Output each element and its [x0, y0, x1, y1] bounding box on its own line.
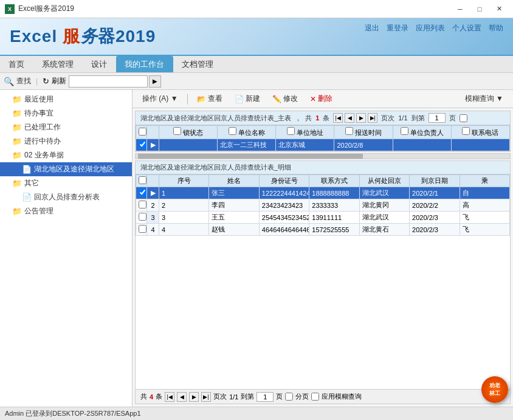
master-page-input[interactable]	[429, 113, 446, 123]
search-button[interactable]: ▶	[149, 75, 161, 88]
master-lock-check[interactable]	[173, 127, 181, 135]
master-page-label: 页次	[381, 114, 394, 123]
sidebar-item-inprogress[interactable]: 📁 进行中待办	[0, 134, 132, 148]
minimize-button[interactable]: ─	[451, 3, 469, 15]
master-check[interactable]	[460, 114, 467, 122]
folder-icon: 📁	[12, 137, 22, 146]
fuzzy-query-button[interactable]: 模糊查询 ▼	[460, 92, 508, 105]
detail-row-check[interactable]	[139, 201, 146, 208]
folder-icon: 📁	[12, 123, 22, 132]
detail-last-page[interactable]: ▶|	[201, 392, 211, 402]
menu-sysadmin[interactable]: 系统管理	[33, 56, 83, 72]
new-icon: 📄	[235, 95, 244, 103]
detail-to-page: 到第	[241, 392, 254, 401]
menu-workbench[interactable]: 我的工作台	[116, 56, 173, 72]
sidebar-item-notice[interactable]: 📁 公告管理	[0, 204, 132, 218]
sidebar-item-other[interactable]: 📁 其它	[0, 176, 132, 190]
master-count-prefix: 共	[305, 114, 312, 123]
sidebar-item-hubei[interactable]: 📄 湖北地区及途径湖北地区	[0, 162, 132, 176]
detail-fuzzy-check[interactable]	[311, 393, 319, 401]
status-bar: Admin 已登录到DESKTOP-2S5R787/ESApp1	[0, 407, 513, 420]
master-select-all[interactable]	[139, 128, 146, 136]
master-responsible-check[interactable]	[401, 127, 408, 135]
master-row-check[interactable]	[139, 140, 146, 148]
operation-menu-button[interactable]: 操作 (A) ▼	[137, 92, 183, 105]
detail-cell-contact: 1572525555	[309, 224, 359, 236]
content-area: 操作 (A) ▼ 📂 查看 📄 新建 ✏️ 修改 ✕ 删除 模糊查询 ▼	[133, 90, 513, 407]
detail-row-check[interactable]	[139, 225, 146, 233]
delete-button[interactable]: ✕ 删除	[305, 92, 337, 105]
view-button[interactable]: 📂 查看	[192, 92, 227, 105]
close-button[interactable]: ✕	[490, 3, 508, 15]
detail-table-row[interactable]: 2 2 李四 23423423423 2333333 湖北黄冈 2020/2/2…	[136, 199, 510, 212]
sidebar-item-recent[interactable]: 📁 最近使用	[0, 92, 132, 106]
master-col-reporttime: 报送时间	[334, 126, 393, 139]
search-input[interactable]	[69, 75, 148, 88]
menu-docmgmt[interactable]: 文档管理	[173, 56, 222, 72]
new-button[interactable]: 📄 新建	[230, 92, 265, 105]
detail-page-input[interactable]	[256, 392, 274, 402]
master-prev-page[interactable]: ◀	[345, 113, 354, 123]
detail-page-check[interactable]	[285, 393, 293, 401]
refresh-label[interactable]: 刷新	[52, 76, 66, 86]
menu-design[interactable]: 设计	[83, 56, 116, 72]
sidebar-item-processed[interactable]: 📁 已处理工作	[0, 120, 132, 134]
search-icon: 🔍	[4, 77, 14, 86]
nav-applist[interactable]: 应用列表	[416, 23, 445, 33]
master-reporttime-check[interactable]	[345, 127, 353, 135]
detail-col-name: 姓名	[209, 175, 259, 187]
master-cell-unitname: 北京一二三科技	[218, 139, 276, 151]
detail-col-seq: 序号	[159, 175, 209, 187]
window-controls: ─ □ ✕	[451, 3, 508, 15]
folder-icon: 📁	[12, 207, 22, 216]
detail-cell-idcard: 2545434523452355	[259, 212, 309, 224]
detail-cell-transport: 飞	[460, 212, 509, 224]
detail-row-check[interactable]	[139, 188, 146, 196]
master-cell-lock	[159, 139, 218, 151]
detail-select-all[interactable]	[139, 176, 146, 184]
detail-col-idcard: 身份证号	[259, 175, 309, 187]
master-table-panel: 湖北地区及途径湖北地区回京人员排查统计表_主表 ， 共 1 条 |◀ ◀ ▶ ▶…	[135, 111, 511, 152]
detail-cell-idcard: 4646464646446	[259, 224, 309, 236]
fuzzy-query-area: 模糊查询 ▼	[460, 92, 508, 105]
nav-exit[interactable]: 退出	[365, 23, 379, 33]
detail-row-indicator: 3	[147, 212, 159, 224]
sidebar-item-business[interactable]: 📁 02 业务单据	[0, 148, 132, 162]
detail-table-row[interactable]: 3 3 王五 2545434523452355 13911111 湖北武汉 20…	[136, 212, 510, 224]
master-first-page[interactable]: |◀	[333, 113, 343, 123]
detail-cell-name: 张三	[209, 187, 259, 199]
master-hscrollbar[interactable]	[135, 153, 511, 159]
header-nav: 退出 重登录 应用列表 个人设置 帮助	[365, 23, 503, 33]
detail-first-page[interactable]: |◀	[165, 392, 174, 402]
folder-icon: 📁	[12, 151, 22, 160]
master-unitaddr-check[interactable]	[287, 127, 295, 135]
detail-table-row[interactable]: 4 4 赵钱 4646464646446 1572525555 湖北黄石 202…	[136, 224, 510, 236]
master-unitname-check[interactable]	[229, 127, 236, 135]
master-unit: 条	[323, 114, 329, 123]
search-label: 查找	[16, 76, 31, 86]
edit-button[interactable]: ✏️ 修改	[267, 92, 303, 105]
menu-home[interactable]: 首页	[0, 56, 33, 72]
sep1	[187, 94, 188, 105]
detail-page-info: 1/1	[229, 393, 238, 401]
sidebar-item-returnbj[interactable]: 📄 回京人员排查分析表	[0, 190, 132, 204]
master-next-page[interactable]: ▶	[356, 113, 366, 123]
detail-next-page[interactable]: ▶	[189, 392, 199, 402]
detail-row-check[interactable]	[139, 213, 146, 221]
detail-unit: 条	[156, 392, 162, 401]
detail-table-row[interactable]: ▶ 1 张三 1222224441424 1888888888 湖北武汉 202…	[136, 187, 510, 199]
master-col-phone: 联系电话	[451, 126, 509, 139]
nav-help[interactable]: 帮助	[489, 23, 503, 33]
master-phone-check[interactable]	[462, 127, 470, 135]
restore-button[interactable]: □	[470, 3, 489, 15]
doc-icon: 📄	[22, 165, 32, 174]
detail-prev-page[interactable]: ◀	[177, 392, 187, 402]
detail-cell-contact: 1888888888	[309, 187, 359, 199]
doc-icon: 📄	[22, 193, 32, 202]
nav-relogin[interactable]: 重登录	[387, 23, 408, 33]
master-last-page[interactable]: ▶|	[368, 113, 377, 123]
master-cell-reporttime: 2020/2/8	[334, 139, 393, 151]
sidebar-item-todo[interactable]: 📁 待办事宜	[0, 106, 132, 120]
master-table-row[interactable]: ▶ 北京一二三科技 北京东城 2020/2/8	[136, 139, 510, 151]
nav-settings[interactable]: 个人设置	[452, 23, 481, 33]
